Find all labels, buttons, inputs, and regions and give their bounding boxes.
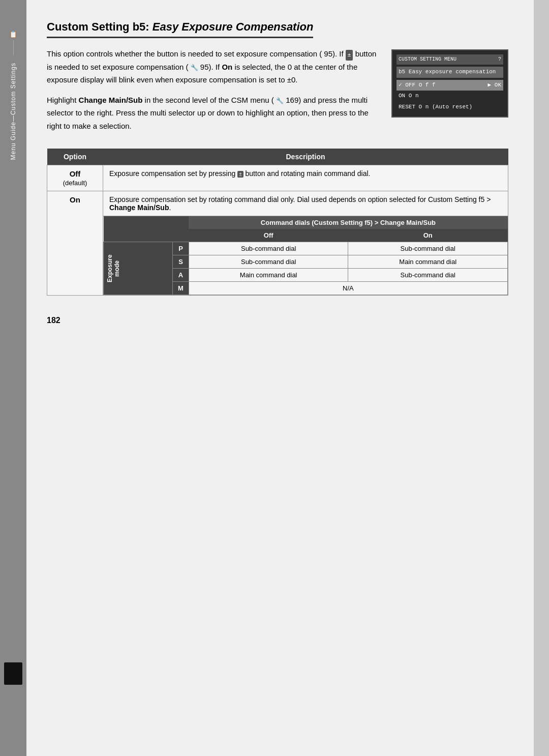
p-off: Sub-command dial — [189, 242, 348, 255]
page-title: Custom Setting b5: Easy Exposure Compens… — [47, 20, 508, 47]
main-content: Custom Setting b5: Easy Exposure Compens… — [26, 0, 534, 756]
a-off: Main command dial — [189, 269, 348, 282]
m-na: N/A — [189, 282, 507, 295]
inner-main-header: Command dials (Custom Setting f5) > Chan… — [189, 216, 507, 229]
camera-screen: CUSTOM SETTING MENU ? b5 Easy exposure c… — [391, 49, 508, 118]
inner-table-wrapper: Command dials (Custom Setting f5) > Chan… — [103, 216, 508, 296]
mode-p: P — [173, 242, 189, 255]
off-description: Exposure compensation set by pressing ± … — [103, 165, 508, 191]
sidebar-icons: 📋 Menu Guide—Custom Settings — [9, 0, 17, 160]
screen-row-off: ✓ OFF O f f ▶ OK — [396, 80, 503, 91]
col-header-description: Description — [103, 149, 508, 165]
mode-m: M — [173, 282, 189, 295]
table-row-on: On Exposure compensation set by rotating… — [47, 191, 508, 216]
change-main-sub: Change Main/Sub — [109, 203, 169, 212]
mode-a: A — [173, 269, 189, 282]
screen-title-bar: CUSTOM SETTING MENU ? — [396, 54, 503, 65]
a-on: Sub-command dial — [348, 269, 508, 282]
inner-blank-header — [104, 216, 189, 229]
right-sidebar — [534, 0, 549, 756]
inner-col-off: Off — [189, 229, 348, 242]
options-table: Option Description Off (default) Exposur… — [47, 149, 508, 296]
default-label: (default) — [63, 179, 87, 187]
intro-section: This option controls whether the button … — [47, 47, 508, 139]
inner-row-p: Exposuremode P Sub-command dial Sub-comm… — [104, 242, 508, 255]
title-italic: Easy Exposure Compensation — [152, 20, 314, 33]
mode-s: S — [173, 255, 189, 269]
screen-row-on: ON O n — [396, 91, 503, 102]
s-off: Sub-command dial — [189, 255, 348, 269]
ev-icon: ± — [237, 171, 243, 178]
col-header-option: Option — [47, 149, 103, 165]
sidebar-bottom-box — [4, 662, 22, 685]
intro-para-2: Highlight Change Main/Sub in the second … — [47, 94, 381, 133]
page-number: 182 — [47, 316, 508, 325]
ref-icon-2: 🔧 — [276, 97, 284, 104]
menu-icon: 📋 — [9, 31, 17, 38]
inner-table: Command dials (Custom Setting f5) > Chan… — [103, 216, 508, 295]
on-label: On — [70, 195, 80, 204]
s-on: Main command dial — [348, 255, 508, 269]
highlight-bold: Change Main/Sub — [79, 96, 143, 104]
option-on: On — [47, 191, 103, 296]
inner-table-header-row: Command dials (Custom Setting f5) > Chan… — [47, 216, 508, 296]
table-row-off: Off (default) Exposure compensation set … — [47, 165, 508, 191]
page-container: 📋 Menu Guide—Custom Settings Custom Sett… — [0, 0, 549, 756]
ref-icon: 🔧 — [191, 64, 198, 71]
title-text: Custom Setting b5: — [47, 20, 152, 33]
sidebar: 📋 Menu Guide—Custom Settings — [0, 0, 26, 756]
intro-text: This option controls whether the button … — [47, 47, 381, 139]
screen-row-reset: RESET O n (Auto reset) — [396, 102, 503, 113]
exposure-mode-label: Exposuremode — [104, 242, 173, 295]
on-description: Exposure compensation set by rotating co… — [103, 191, 508, 216]
sidebar-divider — [13, 40, 14, 55]
p-on: Sub-command dial — [348, 242, 508, 255]
intro-para-1: This option controls whether the button … — [47, 47, 381, 86]
off-label: Off — [70, 169, 81, 178]
inner-blank-header-2 — [104, 229, 189, 242]
ev-button-icon: ± — [346, 50, 353, 61]
sidebar-label: Menu Guide—Custom Settings — [10, 63, 17, 160]
option-off: Off (default) — [47, 165, 103, 191]
screen-item: b5 Easy exposure compensation — [396, 67, 503, 78]
inner-col-on: On — [348, 229, 508, 242]
